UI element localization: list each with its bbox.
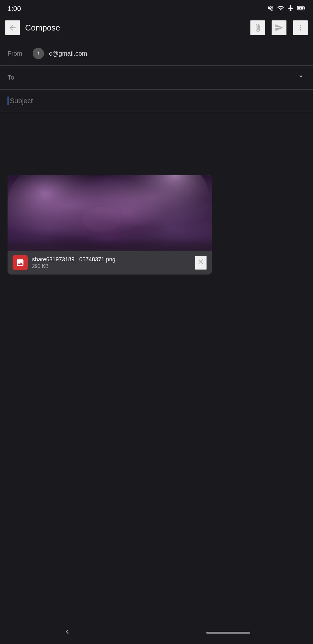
attachment-details: share631973189...05748371.png 295 KB [32, 256, 190, 269]
to-row[interactable]: To [0, 66, 313, 90]
svg-point-5 [96, 175, 209, 236]
attachment-image-preview [8, 175, 212, 251]
to-input-area[interactable] [33, 74, 297, 81]
expand-recipients-icon[interactable] [297, 72, 305, 83]
to-label: To [8, 74, 33, 81]
svg-point-8 [83, 207, 121, 232]
nav-back-button[interactable] [63, 627, 72, 638]
home-indicator[interactable] [206, 632, 250, 634]
attachment-type-icon [13, 255, 28, 270]
subject-input[interactable] [10, 97, 305, 105]
from-row: From t c@gmail.com [0, 42, 313, 66]
app-bar: Compose [0, 16, 313, 39]
email-body-area[interactable] [0, 112, 313, 175]
status-time: 1:00 [8, 5, 21, 13]
from-account[interactable]: t c@gmail.com [33, 48, 305, 59]
from-label: From [8, 50, 33, 57]
svg-point-7 [74, 181, 168, 244]
page-title: Compose [25, 23, 245, 33]
back-button[interactable] [5, 20, 20, 35]
email-body-input[interactable] [8, 119, 305, 166]
app-bar-actions [250, 20, 308, 35]
battery-icon [297, 5, 305, 13]
remove-attachment-button[interactable] [195, 256, 207, 270]
svg-rect-3 [8, 175, 212, 251]
svg-rect-1 [305, 7, 305, 9]
attach-button[interactable] [250, 20, 265, 35]
attachment-info-bar: share631973189...05748371.png 295 KB [8, 251, 212, 275]
status-icons [267, 5, 305, 13]
attachment-container: share631973189...05748371.png 295 KB [8, 175, 212, 275]
svg-point-6 [45, 188, 171, 251]
subject-row[interactable] [0, 90, 313, 112]
bottom-navigation [0, 621, 313, 644]
attachment-size: 295 KB [32, 264, 190, 269]
airplane-icon [287, 5, 294, 13]
text-cursor [8, 97, 8, 105]
from-email: c@gmail.com [49, 50, 87, 57]
attachment-filename: share631973189...05748371.png [32, 256, 190, 263]
to-input[interactable] [33, 74, 297, 81]
mute-icon [267, 5, 274, 13]
svg-point-4 [8, 175, 133, 251]
wifi-icon [277, 5, 284, 13]
status-bar: 1:00 [0, 0, 313, 16]
avatar: t [33, 48, 44, 59]
more-options-button[interactable] [293, 20, 308, 35]
compose-form: From t c@gmail.com To [0, 42, 313, 112]
send-button[interactable] [272, 20, 287, 35]
